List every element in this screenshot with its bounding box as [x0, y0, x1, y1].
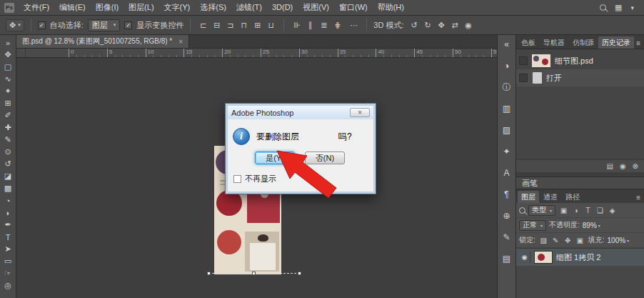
distribute-vertical-icon[interactable]: ⊪	[291, 19, 303, 31]
tab-layers[interactable]: 图层	[518, 191, 539, 203]
clone-source-panel-icon[interactable]: ⊕	[500, 209, 514, 222]
history-brush-source-box[interactable]	[519, 56, 528, 65]
workspace-icon[interactable]: ▦	[615, 3, 622, 12]
more-options-icon[interactable]: ⋯	[348, 19, 360, 31]
new-doc-from-state-icon[interactable]: ▤	[606, 162, 613, 170]
blend-mode-dropdown[interactable]: 正常	[519, 220, 546, 231]
search-icon[interactable]	[600, 4, 606, 11]
filter-shape-layers-icon[interactable]: ❏	[595, 205, 605, 216]
menu-item[interactable]: 选择(S)	[195, 0, 231, 15]
tab-history[interactable]: 历史记录	[598, 36, 634, 49]
gradient-tool[interactable]: ▩	[1, 182, 15, 194]
layer-comps-panel-icon[interactable]: ▤	[500, 252, 514, 265]
3d-drag-icon[interactable]: ✥	[436, 19, 448, 31]
history-snapshot-row[interactable]: 细节图.psd	[516, 52, 644, 69]
info-panel-icon[interactable]: ⓘ	[500, 81, 514, 94]
menu-item[interactable]: 帮助(H)	[373, 0, 409, 15]
filter-type-layers-icon[interactable]: T	[583, 205, 593, 216]
align-top-edges-icon[interactable]: ⊓	[238, 19, 250, 31]
color-panel-icon[interactable]: ▨	[500, 124, 514, 136]
3d-scale-icon[interactable]: ◉	[463, 19, 475, 31]
expand-panels-icon[interactable]: «	[500, 38, 514, 51]
menu-item[interactable]: 图像(I)	[91, 0, 124, 15]
3d-roll-icon[interactable]: ↻	[422, 19, 434, 31]
lasso-tool[interactable]: ∿	[1, 73, 15, 85]
lock-transparent-pixels-icon[interactable]: ▨	[538, 235, 549, 246]
adjustments-icon[interactable]: ◑	[500, 59, 514, 72]
align-bottom-edges-icon[interactable]: ⊔	[265, 19, 277, 31]
type-tool[interactable]: T	[1, 231, 15, 243]
tab-channels[interactable]: 通道	[540, 191, 561, 203]
lock-all-icon[interactable]: ▣	[575, 235, 585, 246]
pen-tool[interactable]: ✒	[1, 219, 15, 231]
menu-item[interactable]: 3D(D)	[267, 0, 298, 15]
panel-menu-icon[interactable]: ≡	[636, 194, 644, 203]
tool-preset-dropdown[interactable]: ✥	[6, 19, 24, 31]
paragraph-panel-icon[interactable]: ¶	[500, 188, 514, 201]
align-vertical-centers-icon[interactable]: ⊞	[251, 19, 263, 31]
distribute-centers-icon[interactable]: ≣	[318, 19, 330, 31]
filter-pixel-layers-icon[interactable]: ▣	[558, 205, 569, 216]
tab-clone-source[interactable]: 仿制源	[569, 36, 598, 49]
hand-tool[interactable]: ☞	[1, 267, 15, 279]
dialog-title-bar[interactable]: Adobe Photoshop ✕	[228, 106, 373, 119]
dodge-tool[interactable]: ◗	[1, 207, 15, 219]
menu-item[interactable]: 视图(V)	[298, 0, 334, 15]
layer-visibility-eye-icon[interactable]: ◉	[519, 252, 530, 263]
move-tool[interactable]: ✥	[1, 49, 15, 61]
workspace-chevron-icon[interactable]: ▾	[630, 4, 634, 11]
opacity-value[interactable]: 89%	[583, 222, 600, 229]
menu-item[interactable]: 图层(L)	[124, 0, 159, 15]
menu-item[interactable]: 窗口(W)	[334, 0, 373, 15]
brush-panel-header[interactable]: 画笔	[516, 177, 644, 189]
rectangle-tool[interactable]: ▭	[1, 255, 15, 267]
delete-state-icon[interactable]: ⊗	[633, 162, 638, 170]
blur-tool[interactable]: ◔	[1, 194, 15, 207]
3d-slide-icon[interactable]: ⇄	[449, 19, 461, 31]
document-tab[interactable]: 图.psd @ 12.8% (素图网_501007255, RGB/8) * ×	[16, 35, 189, 48]
layer-row[interactable]: ◉ 细图 1拷贝 2	[516, 249, 644, 266]
styles-panel-icon[interactable]: ✦	[500, 145, 514, 158]
auto-select-checkbox[interactable]	[38, 21, 46, 29]
menu-item[interactable]: 滤镜(T)	[231, 0, 267, 15]
dialog-close-icon[interactable]: ✕	[350, 108, 370, 117]
show-transform-checkbox[interactable]	[124, 21, 132, 29]
auto-select-target-dropdown[interactable]: 图层	[88, 19, 121, 31]
transform-handle[interactable]	[252, 272, 256, 275]
tab-navigator[interactable]: 导航器	[540, 36, 568, 49]
align-right-edges-icon[interactable]: ⊐	[224, 19, 236, 31]
tab-paths[interactable]: 路径	[562, 191, 583, 203]
align-horizontal-centers-icon[interactable]: ⊟	[211, 19, 223, 31]
zoom-tool[interactable]: ◎	[1, 279, 15, 292]
yes-button[interactable]: 是(Y)	[255, 152, 295, 164]
history-brush-tool[interactable]: ↺	[1, 158, 15, 170]
filter-adjustment-layers-icon[interactable]: ◑	[570, 205, 581, 216]
lock-position-icon[interactable]: ✥	[563, 235, 573, 246]
menu-item[interactable]: 文件(F)	[19, 0, 54, 15]
rectangular-marquee-tool[interactable]: ▢	[1, 61, 15, 73]
eraser-tool[interactable]: ◪	[1, 170, 15, 182]
crop-tool[interactable]: ⊞	[1, 97, 15, 109]
brush-tool[interactable]: ✎	[1, 134, 15, 146]
menu-item[interactable]: 文字(Y)	[159, 0, 196, 15]
path-selection-tool[interactable]: ➤	[1, 243, 15, 255]
transform-handle[interactable]	[298, 272, 301, 275]
tab-swatches[interactable]: 色板	[518, 36, 539, 49]
eyedropper-tool[interactable]: ✐	[1, 109, 15, 121]
align-left-edges-icon[interactable]: ⊏	[197, 19, 209, 31]
character-panel-icon[interactable]: A	[500, 167, 514, 179]
layer-filter-type-dropdown[interactable]: 类型	[528, 205, 555, 216]
distribute-spacing-icon[interactable]: ⋕	[331, 19, 343, 31]
panel-menu-icon[interactable]: ≡	[636, 39, 644, 49]
distribute-horizontal-icon[interactable]: ∥	[304, 19, 316, 31]
fill-value[interactable]: 100%	[608, 237, 630, 244]
clone-stamp-tool[interactable]: ⊙	[1, 146, 15, 158]
brush-presets-panel-icon[interactable]: ✎	[500, 231, 514, 244]
selection-bounds-edge[interactable]	[208, 273, 300, 274]
3d-rotate-icon[interactable]: ↺	[408, 19, 421, 31]
close-document-icon[interactable]: ×	[178, 38, 183, 46]
new-snapshot-icon[interactable]: ◉	[620, 162, 626, 170]
collapse-toolbar-icon[interactable]: »	[1, 36, 15, 49]
filter-smart-objects-icon[interactable]: ◈	[607, 205, 618, 216]
histogram-icon[interactable]: ▥	[500, 102, 514, 115]
